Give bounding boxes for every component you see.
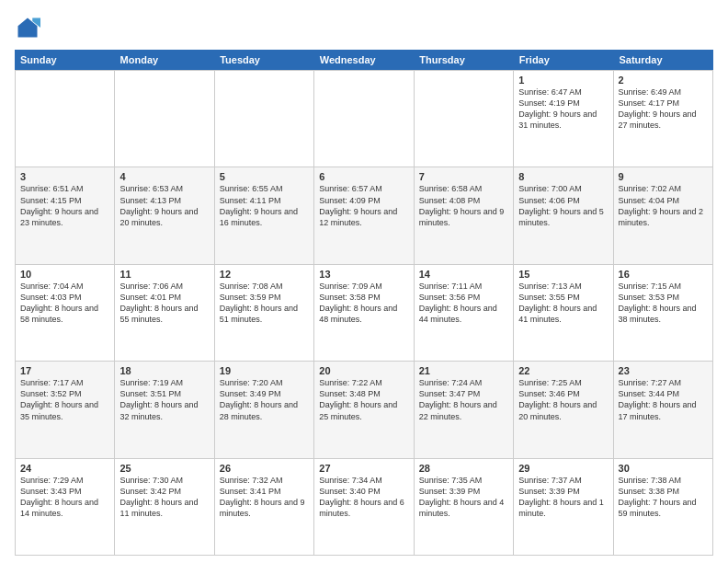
calendar-day-3: 3Sunrise: 6:51 AM Sunset: 4:15 PM Daylig… — [16, 167, 115, 264]
calendar-day-15: 15Sunrise: 7:13 AM Sunset: 3:55 PM Dayli… — [514, 265, 613, 362]
day-info: Sunrise: 7:19 AM Sunset: 3:51 PM Dayligh… — [119, 377, 209, 422]
logo-icon — [15, 15, 40, 40]
calendar-header-day: Tuesday — [214, 50, 314, 70]
day-number: 14 — [419, 269, 508, 280]
calendar-day-9: 9Sunrise: 7:02 AM Sunset: 4:04 PM Daylig… — [614, 167, 713, 264]
day-number: 2 — [619, 75, 708, 86]
day-number: 23 — [619, 365, 708, 376]
calendar-header-day: Friday — [514, 50, 614, 70]
day-number: 3 — [20, 171, 109, 182]
calendar-day-22: 22Sunrise: 7:25 AM Sunset: 3:46 PM Dayli… — [514, 362, 613, 458]
day-info: Sunrise: 7:02 AM Sunset: 4:04 PM Dayligh… — [619, 183, 708, 228]
day-info: Sunrise: 7:30 AM Sunset: 3:42 PM Dayligh… — [119, 475, 209, 520]
day-info: Sunrise: 7:06 AM Sunset: 4:01 PM Dayligh… — [119, 281, 209, 326]
day-number: 6 — [319, 171, 408, 182]
calendar-day-19: 19Sunrise: 7:20 AM Sunset: 3:49 PM Dayli… — [215, 362, 314, 458]
day-number: 28 — [419, 463, 508, 474]
calendar-body: 1Sunrise: 6:47 AM Sunset: 4:19 PM Daylig… — [15, 70, 713, 556]
day-number: 11 — [119, 269, 209, 280]
day-info: Sunrise: 6:47 AM Sunset: 4:19 PM Dayligh… — [518, 86, 608, 132]
calendar-header-day: Sunday — [15, 50, 115, 70]
day-info: Sunrise: 7:09 AM Sunset: 3:58 PM Dayligh… — [319, 281, 408, 326]
day-info: Sunrise: 7:00 AM Sunset: 4:06 PM Dayligh… — [518, 183, 608, 228]
day-number: 4 — [119, 171, 209, 182]
calendar-day-10: 10Sunrise: 7:04 AM Sunset: 4:03 PM Dayli… — [16, 265, 115, 362]
day-number: 30 — [619, 463, 708, 474]
day-number: 8 — [518, 171, 608, 182]
day-number: 13 — [319, 269, 408, 280]
day-number: 16 — [619, 269, 708, 280]
day-number: 5 — [220, 171, 309, 182]
calendar-row: 3Sunrise: 6:51 AM Sunset: 4:15 PM Daylig… — [16, 167, 713, 264]
calendar-row: 1Sunrise: 6:47 AM Sunset: 4:19 PM Daylig… — [16, 71, 713, 167]
calendar-empty-cell — [215, 71, 314, 167]
day-info: Sunrise: 7:32 AM Sunset: 3:41 PM Dayligh… — [220, 475, 309, 520]
day-number: 29 — [518, 463, 608, 474]
calendar-day-25: 25Sunrise: 7:30 AM Sunset: 3:42 PM Dayli… — [115, 459, 214, 556]
day-info: Sunrise: 6:57 AM Sunset: 4:09 PM Dayligh… — [319, 183, 408, 228]
day-info: Sunrise: 7:35 AM Sunset: 3:39 PM Dayligh… — [419, 475, 508, 520]
calendar-day-13: 13Sunrise: 7:09 AM Sunset: 3:58 PM Dayli… — [314, 265, 414, 362]
header — [15, 15, 713, 40]
day-info: Sunrise: 7:25 AM Sunset: 3:46 PM Dayligh… — [518, 377, 608, 422]
calendar-empty-cell — [314, 71, 414, 167]
calendar-header-day: Thursday — [414, 50, 514, 70]
calendar-header-day: Wednesday — [314, 50, 415, 70]
day-info: Sunrise: 7:38 AM Sunset: 3:38 PM Dayligh… — [619, 475, 708, 520]
day-info: Sunrise: 7:37 AM Sunset: 3:39 PM Dayligh… — [518, 475, 608, 520]
calendar-empty-cell — [115, 71, 214, 167]
calendar-day-24: 24Sunrise: 7:29 AM Sunset: 3:43 PM Dayli… — [16, 459, 115, 556]
day-number: 26 — [220, 463, 309, 474]
calendar-day-7: 7Sunrise: 6:58 AM Sunset: 4:08 PM Daylig… — [415, 167, 514, 264]
day-number: 22 — [518, 365, 608, 376]
day-info: Sunrise: 7:04 AM Sunset: 4:03 PM Dayligh… — [20, 281, 109, 326]
day-number: 25 — [119, 463, 209, 474]
day-info: Sunrise: 7:08 AM Sunset: 3:59 PM Dayligh… — [220, 281, 309, 326]
day-number: 19 — [220, 365, 309, 376]
calendar-row: 10Sunrise: 7:04 AM Sunset: 4:03 PM Dayli… — [16, 265, 713, 362]
calendar-day-27: 27Sunrise: 7:34 AM Sunset: 3:40 PM Dayli… — [314, 459, 414, 556]
day-info: Sunrise: 6:53 AM Sunset: 4:13 PM Dayligh… — [119, 183, 209, 228]
day-info: Sunrise: 7:17 AM Sunset: 3:52 PM Dayligh… — [20, 377, 109, 422]
day-info: Sunrise: 6:49 AM Sunset: 4:17 PM Dayligh… — [619, 86, 708, 132]
day-info: Sunrise: 7:34 AM Sunset: 3:40 PM Dayligh… — [319, 475, 408, 520]
calendar-empty-cell — [16, 71, 115, 167]
calendar-day-26: 26Sunrise: 7:32 AM Sunset: 3:41 PM Dayli… — [215, 459, 314, 556]
calendar-day-28: 28Sunrise: 7:35 AM Sunset: 3:39 PM Dayli… — [415, 459, 514, 556]
day-number: 17 — [20, 365, 109, 376]
calendar-day-5: 5Sunrise: 6:55 AM Sunset: 4:11 PM Daylig… — [215, 167, 314, 264]
day-info: Sunrise: 6:58 AM Sunset: 4:08 PM Dayligh… — [419, 183, 508, 228]
calendar-day-2: 2Sunrise: 6:49 AM Sunset: 4:17 PM Daylig… — [614, 71, 713, 167]
calendar: SundayMondayTuesdayWednesdayThursdayFrid… — [15, 50, 713, 556]
day-info: Sunrise: 6:51 AM Sunset: 4:15 PM Dayligh… — [20, 183, 109, 228]
day-number: 18 — [119, 365, 209, 376]
calendar-day-30: 30Sunrise: 7:38 AM Sunset: 3:38 PM Dayli… — [614, 459, 713, 556]
day-number: 10 — [20, 269, 109, 280]
calendar-header-day: Saturday — [613, 50, 713, 70]
logo — [15, 15, 44, 40]
calendar-day-6: 6Sunrise: 6:57 AM Sunset: 4:09 PM Daylig… — [314, 167, 414, 264]
day-number: 20 — [319, 365, 408, 376]
calendar-day-17: 17Sunrise: 7:17 AM Sunset: 3:52 PM Dayli… — [16, 362, 115, 458]
calendar-day-23: 23Sunrise: 7:27 AM Sunset: 3:44 PM Dayli… — [614, 362, 713, 458]
day-number: 12 — [220, 269, 309, 280]
day-number: 27 — [319, 463, 408, 474]
day-info: Sunrise: 7:11 AM Sunset: 3:56 PM Dayligh… — [419, 281, 508, 326]
calendar-day-21: 21Sunrise: 7:24 AM Sunset: 3:47 PM Dayli… — [415, 362, 514, 458]
calendar-header: SundayMondayTuesdayWednesdayThursdayFrid… — [15, 50, 713, 70]
day-info: Sunrise: 7:29 AM Sunset: 3:43 PM Dayligh… — [20, 475, 109, 520]
calendar-day-8: 8Sunrise: 7:00 AM Sunset: 4:06 PM Daylig… — [514, 167, 613, 264]
calendar-empty-cell — [415, 71, 514, 167]
day-info: Sunrise: 7:27 AM Sunset: 3:44 PM Dayligh… — [619, 377, 708, 422]
calendar-day-16: 16Sunrise: 7:15 AM Sunset: 3:53 PM Dayli… — [614, 265, 713, 362]
day-number: 9 — [619, 171, 708, 182]
day-info: Sunrise: 7:24 AM Sunset: 3:47 PM Dayligh… — [419, 377, 508, 422]
calendar-row: 17Sunrise: 7:17 AM Sunset: 3:52 PM Dayli… — [16, 362, 713, 458]
calendar-day-18: 18Sunrise: 7:19 AM Sunset: 3:51 PM Dayli… — [115, 362, 214, 458]
day-number: 21 — [419, 365, 508, 376]
day-number: 1 — [518, 75, 608, 86]
calendar-day-20: 20Sunrise: 7:22 AM Sunset: 3:48 PM Dayli… — [314, 362, 414, 458]
day-number: 15 — [518, 269, 608, 280]
day-info: Sunrise: 7:15 AM Sunset: 3:53 PM Dayligh… — [619, 281, 708, 326]
day-info: Sunrise: 7:20 AM Sunset: 3:49 PM Dayligh… — [220, 377, 309, 422]
